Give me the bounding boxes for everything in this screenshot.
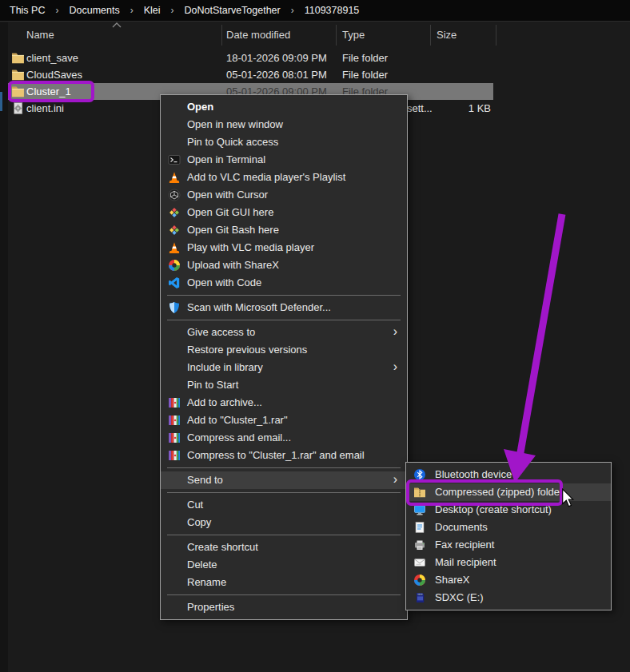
context-menu-item-restore-previous-versions[interactable]: Restore previous versions [161, 341, 407, 359]
sharex-icon [168, 259, 181, 272]
send-to-item-desktop-create-shortcut[interactable]: Desktop (create shortcut) [406, 501, 611, 519]
submenu-chevron-icon: › [393, 323, 397, 340]
context-menu-item-rename[interactable]: Rename [161, 574, 407, 591]
context-menu-item-pin-to-quick-access[interactable]: Pin to Quick access [161, 133, 407, 151]
menu-item-label: Send to [187, 474, 223, 486]
menu-separator [167, 295, 401, 296]
breadcrumb-item-1109378915[interactable]: 1109378915 [305, 5, 360, 16]
menu-item-label: Bluetooth device [435, 468, 512, 480]
context-menu-item-add-to-vlc-media-player-s-playlist[interactable]: Add to VLC media player's Playlist [161, 169, 407, 186]
menu-item-label: SDXC (E:) [435, 591, 484, 603]
breadcrumb-separator-icon: › [171, 5, 174, 16]
context-menu-item-properties[interactable]: Properties [161, 598, 407, 616]
context-menu-item-pin-to-start[interactable]: Pin to Start [161, 376, 407, 394]
desktop-icon [413, 503, 426, 516]
column-resize-handle[interactable] [496, 25, 496, 46]
send-to-item-fax-recipient[interactable]: Fax recipient [406, 536, 611, 554]
send-to-item-mail-recipient[interactable]: Mail recipient [406, 554, 611, 571]
sharex-icon [413, 574, 426, 587]
breadcrumb-item-this-pc[interactable]: This PC [10, 5, 45, 16]
file-row-cloudsaves[interactable]: CloudSaves05-01-2026 08:01 PMFile folder [8, 66, 493, 83]
menu-item-label: Fax recipient [435, 539, 494, 551]
menu-item-label: Add to VLC media player's Playlist [187, 171, 345, 183]
context-menu-item-open-git-gui-here[interactable]: Open Git GUI here [161, 204, 407, 221]
context-menu-item-delete[interactable]: Delete [161, 556, 407, 574]
menu-item-label: Desktop (create shortcut) [435, 503, 552, 515]
column-resize-handle[interactable] [430, 25, 431, 46]
nav-pane-edge [0, 22, 8, 672]
context-menu-item-upload-with-sharex[interactable]: Upload with ShareX [161, 256, 407, 274]
defender-icon [168, 301, 181, 314]
menu-item-label: Add to "Cluster_1.rar" [187, 414, 288, 426]
folder-icon [11, 85, 25, 98]
file-name: client_save [26, 50, 78, 66]
context-menu-item-open[interactable]: Open [161, 98, 407, 116]
submenu-chevron-icon: › [393, 358, 397, 376]
menu-item-label: Give access to [187, 326, 255, 338]
column-header-name[interactable]: Name [26, 29, 54, 41]
context-menu-item-compress-to-cluster-1-rar-and-email[interactable]: Compress to "Cluster_1.rar" and email [161, 447, 407, 464]
mail-icon [413, 556, 426, 569]
context-menu-item-compress-and-email[interactable]: Compress and email... [161, 429, 407, 447]
file-name: Cluster_1 [26, 83, 71, 100]
menu-item-label: Open Git GUI here [187, 206, 273, 218]
context-menu-item-scan-with-microsoft-defender[interactable]: Scan with Microsoft Defender... [161, 299, 407, 316]
ini-file-icon [11, 101, 25, 115]
file-date-modified: 05-01-2026 08:01 PM [226, 66, 327, 83]
context-menu: OpenOpen in new windowPin to Quick acces… [160, 94, 408, 620]
breadcrumb-item-documents[interactable]: Documents [69, 5, 119, 16]
menu-item-label: Open Git Bash here [187, 224, 279, 236]
context-menu-item-give-access-to[interactable]: Give access to› [161, 324, 407, 341]
menu-item-label: Open in Terminal [187, 153, 265, 165]
context-menu-item-open-with-code[interactable]: Open with Code [161, 274, 407, 292]
file-row-client-save[interactable]: client_save18-01-2026 09:09 PMFile folde… [8, 50, 493, 66]
breadcrumb-separator-icon: › [130, 5, 134, 16]
breadcrumb-item-donotstarvetogether[interactable]: DoNotStarveTogether [185, 5, 281, 16]
sd-card-icon [413, 591, 426, 604]
breadcrumb: This PC›Documents›Klei›DoNotStarveTogeth… [0, 0, 630, 22]
menu-item-label: Rename [187, 576, 226, 588]
folder-icon [11, 51, 25, 65]
context-menu-item-open-in-terminal[interactable]: Open in Terminal [161, 151, 407, 169]
context-menu-item-create-shortcut[interactable]: Create shortcut [161, 539, 407, 556]
context-menu-item-open-with-cursor[interactable]: Open with Cursor [161, 186, 407, 204]
send-to-item-sharex[interactable]: ShareX [406, 571, 611, 589]
winrar-icon [168, 414, 181, 427]
folder-icon [11, 68, 25, 82]
file-type: File folder [342, 50, 388, 66]
context-menu-item-play-with-vlc-media-player[interactable]: Play with VLC media player [161, 239, 407, 256]
file-type: File folder [342, 66, 388, 83]
git-icon [168, 206, 181, 219]
context-menu-item-add-to-cluster-1-rar[interactable]: Add to "Cluster_1.rar" [161, 412, 407, 429]
column-resize-handle[interactable] [221, 25, 222, 46]
nav-pane-accent [0, 92, 2, 111]
column-resize-handle[interactable] [336, 25, 337, 46]
menu-item-label: Documents [435, 521, 488, 533]
context-menu-item-include-in-library[interactable]: Include in library› [161, 359, 407, 376]
menu-item-label: Pin to Start [187, 379, 238, 391]
context-menu-item-copy[interactable]: Copy [161, 514, 407, 531]
send-to-item-sdxc-e[interactable]: SDXC (E:) [406, 589, 611, 606]
send-to-item-documents[interactable]: Documents [406, 519, 611, 536]
menu-separator [167, 535, 401, 535]
context-menu-item-cut[interactable]: Cut [161, 496, 407, 514]
send-to-item-compressed-zipped-folder[interactable]: Compressed (zipped) folder [406, 483, 611, 501]
context-menu-item-add-to-archive[interactable]: Add to archive... [161, 394, 407, 412]
context-menu-item-open-git-bash-here[interactable]: Open Git Bash here [161, 221, 407, 239]
menu-item-label: Open [187, 101, 213, 113]
breadcrumb-item-klei[interactable]: Klei [144, 5, 161, 16]
column-header-date-modified[interactable]: Date modified [226, 29, 290, 41]
file-date-modified: 18-01-2026 09:09 PM [226, 50, 327, 66]
menu-separator [167, 594, 401, 595]
column-header-size[interactable]: Size [437, 29, 457, 41]
sort-ascending-icon [112, 22, 122, 28]
context-menu-item-open-in-new-window[interactable]: Open in new window [161, 116, 407, 133]
menu-item-label: Create shortcut [187, 541, 258, 553]
send-to-submenu: Bluetooth deviceCompressed (zipped) fold… [405, 462, 612, 610]
menu-item-label: Cut [187, 499, 203, 511]
context-menu-item-send-to[interactable]: Send to› [161, 471, 407, 489]
column-header-type[interactable]: Type [342, 29, 365, 41]
send-to-item-bluetooth-device[interactable]: Bluetooth device [406, 466, 611, 483]
menu-item-label: Copy [187, 516, 211, 528]
menu-item-label: Open with Code [187, 276, 261, 288]
